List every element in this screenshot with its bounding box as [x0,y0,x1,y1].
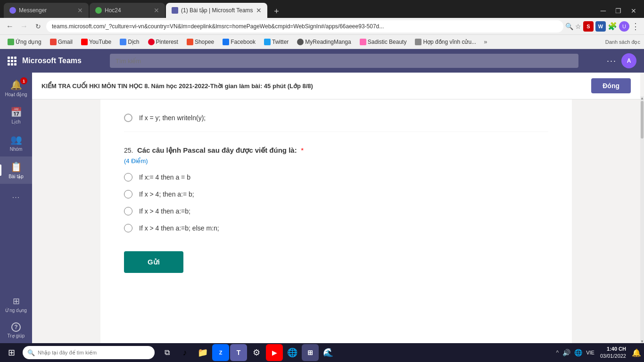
bookmark-facebook-label: Facebook [231,39,256,45]
bookmark-shopee[interactable]: Shopee [183,38,218,46]
taskbar-teams-icon[interactable]: T [230,344,247,361]
tab-teams-close[interactable]: ✕ [256,7,262,14]
bookmark-hop-dong[interactable]: Hợp đồng vĩnh cửu... [411,38,480,46]
teams-search-input[interactable] [110,54,578,68]
prev-question-answer: If x = y; then writeln(y); [124,114,548,132]
taskbar-settings-icon[interactable]: ⚙ [248,344,265,361]
grid-dot [11,57,13,59]
submit-button[interactable]: Gửi [124,251,183,273]
gmail-bm-icon [50,39,57,45]
taskbar-zalo-icon[interactable]: Z [212,344,229,361]
bookmark-more-btn[interactable]: » [481,37,490,46]
notification-icon[interactable]: 🔔 [631,347,642,358]
sidebar-item-lich[interactable]: 📅 Lịch [0,102,32,129]
s-ext-icon[interactable]: S [583,21,594,32]
sidebar-item-ung-dung[interactable]: ⊞ Ứng dụng [0,291,32,318]
mrm-bm-icon [297,39,304,45]
lich-icon: 📅 [10,107,22,118]
reload-button[interactable]: ↻ [32,20,44,33]
taskbar-search-icon: 🔍 [27,349,35,356]
address-input[interactable] [46,20,563,33]
back-button[interactable]: ← [4,20,16,33]
address-bar-row: ← → ↻ 🔍 ☆ S W 🧩 U ⋮ [0,18,644,35]
minimize-btn[interactable]: ─ [597,6,610,16]
tab-hoc24-title: Hoc24 [105,7,151,14]
browser-controls: ─ ❐ ✕ [597,6,640,18]
answer-option-c[interactable]: If x > 4 then a:=b; [124,207,548,215]
teams-app-title: Microsoft Teams [22,57,82,65]
lang-indicator[interactable]: VIE [585,349,595,356]
forward-button[interactable]: → [18,20,30,33]
browser-chrome: Messenger ✕ Hoc24 ✕ (1) Bài tập | Micros… [0,0,644,49]
volume-icon[interactable]: 🔊 [561,348,571,357]
system-tray: ^ 🔊 🌐 VIE 1:40 CH 03/01/2022 🔔 [555,345,642,361]
close-browser-btn[interactable]: ✕ [627,6,640,16]
sidebar-item-tro-giup[interactable]: ? Trợ giúp [0,318,32,343]
bookmark-sb-label: Sadistic Beauty [368,39,407,45]
answer-option-a[interactable]: If x:= 4 then a = b [124,173,548,181]
tab-teams-title: (1) Bài tập | Microsoft Teams [181,7,253,14]
grid-dot [8,57,10,59]
prev-radio-option[interactable]: If x = y; then writeln(y); [124,114,548,122]
answer-option-d[interactable]: If x > 4 then a:=b; else m:n; [124,224,548,232]
taskbar-files-icon[interactable]: 📁 [194,344,211,361]
bookmark-facebook[interactable]: Facebook [219,38,259,46]
scroll-up-arrow[interactable]: ▲ [640,96,644,100]
close-exam-button[interactable]: Đóng [591,78,631,93]
tro-giup-icon: ? [11,322,21,332]
bookmark-pinterest[interactable]: Pinterest [144,38,182,46]
bookmark-youtube[interactable]: YouTube [77,38,115,46]
network-icon[interactable]: 🌐 [573,348,583,357]
taskbar-teams2-icon[interactable]: ⊞ [302,344,319,361]
taskbar-chrome-icon[interactable]: 🌐 [284,344,301,361]
sidebar-item-hoat-dong[interactable]: 🔔 Hoạt động 1 [0,74,32,102]
reading-list-btn[interactable]: Danh sách đọc [605,39,640,45]
grid-dot [8,60,10,62]
taskbar-task-view-btn[interactable]: ⧉ [158,344,175,361]
tray-chevron[interactable]: ^ [555,348,560,357]
bookmark-ung-dung[interactable]: Ứng dụng [4,38,45,46]
radio-option-b[interactable] [124,190,132,198]
scrollbar-thumb[interactable] [641,101,644,139]
start-button[interactable]: ⊞ [2,343,21,362]
ung-dung-bm-icon [8,39,14,45]
tab-messenger[interactable]: Messenger ✕ [4,3,89,18]
user-avatar[interactable]: A [621,53,636,68]
exam-form: If x = y; then writeln(y); 25. Các câu l… [100,99,572,343]
new-tab-button[interactable]: + [270,5,283,18]
taskbar-search-input[interactable] [38,350,150,355]
taskbar-youtube-icon[interactable]: ▶ [266,344,283,361]
tab-teams[interactable]: (1) Bài tập | Microsoft Teams ✕ [166,3,267,18]
pinterest-bm-icon [148,39,155,45]
radio-option-a[interactable] [124,173,132,181]
scroll-down-arrow[interactable]: ▼ [640,339,644,343]
w-ext-icon[interactable]: W [595,21,606,32]
tab-hoc24[interactable]: Hoc24 ✕ [90,3,165,18]
taskbar-edge-icon[interactable]: 🌊 [320,344,337,361]
answer-option-b[interactable]: If x > 4; then a:= b; [124,190,548,198]
restore-btn[interactable]: ❐ [611,6,625,16]
bookmark-twitter[interactable]: Twitter [260,38,292,46]
right-scrollbar[interactable]: ▲ ▼ [640,96,644,343]
tab-messenger-close[interactable]: ✕ [77,7,83,14]
bookmark-dich-label: Dịch [128,39,139,45]
sidebar-item-nhom[interactable]: 👥 Nhóm [0,129,32,156]
twitter-bm-icon [264,39,271,45]
bookmark-hd-label: Hợp đồng vĩnh cửu... [423,39,476,45]
radio-option-d[interactable] [124,224,132,232]
profile-icon[interactable]: U [619,21,629,32]
radio-option-c[interactable] [124,207,132,215]
taskbar-tiktok-icon[interactable]: ♪ [176,344,193,361]
sidebar-more-btn[interactable]: ··· [0,188,32,207]
bookmark-myreadingmanga[interactable]: MyReadingManga [293,38,355,46]
menu-dots-icon[interactable]: ⋮ [631,21,640,32]
ext-puzzle-icon[interactable]: 🧩 [608,22,617,31]
tab-hoc24-close[interactable]: ✕ [154,7,159,14]
sidebar-item-bai-tap[interactable]: 📋 Bài tập [0,156,32,184]
bookmark-dich[interactable]: Dịch [116,38,143,46]
clock[interactable]: 1:40 CH 03/01/2022 [597,345,629,361]
bookmark-gmail[interactable]: Gmail [46,38,76,46]
bookmark-star-icon[interactable]: ☆ [575,23,581,30]
header-more-icon[interactable]: ··· [607,56,617,66]
bookmark-sadistic-beauty[interactable]: Sadistic Beauty [356,38,411,46]
